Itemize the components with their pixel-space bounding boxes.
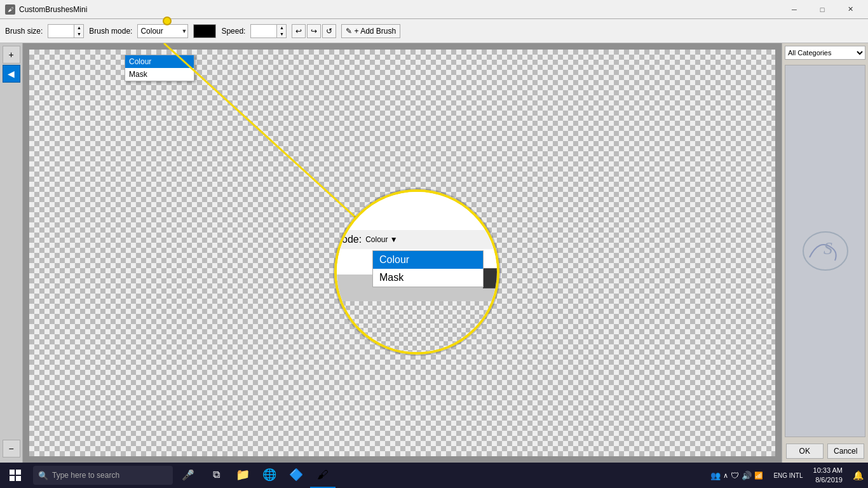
- window-controls: ─ □ ✕: [782, 3, 863, 16]
- locale-label: ENG INTL: [773, 471, 803, 480]
- mag-mode-label: ode:: [342, 234, 362, 245]
- notification-button[interactable]: 🔔: [848, 463, 868, 488]
- mag-dropdown: Colour ▼: [365, 235, 398, 244]
- history-buttons: ↩ ↪ ↺: [292, 24, 336, 38]
- brush-thumbnail: S: [785, 65, 865, 437]
- mag-color-swatch: [483, 268, 499, 288]
- add-brush-button[interactable]: ✎ + Add Brush: [341, 24, 400, 38]
- people-icon[interactable]: 👥: [710, 471, 721, 480]
- brush-size-down-arrow[interactable]: ▼: [74, 31, 83, 37]
- right-panel: All Categories S OK Cancel: [782, 43, 868, 463]
- network-icon[interactable]: 🛡: [731, 471, 739, 480]
- taskbar-right: 👥 ∧ 🛡 🔊 📶 ENG INTL 10:33 AM 8/6/2019 🔔: [705, 463, 868, 488]
- speed-label: Speed:: [221, 27, 245, 36]
- speed-spinner: 50 ▲ ▼: [250, 24, 287, 38]
- yellow-dot-indicator: [163, 17, 172, 25]
- minimize-button[interactable]: ─: [782, 3, 807, 16]
- mag-option-mask[interactable]: Mask: [373, 269, 483, 287]
- color-swatch[interactable]: [193, 24, 216, 38]
- clock-time: 10:33 AM: [813, 466, 843, 475]
- windows-logo-icon: [10, 470, 21, 481]
- up-arrow-tray-icon[interactable]: ∧: [723, 471, 728, 480]
- dropdown-option-colour[interactable]: Colour: [125, 55, 194, 68]
- chrome-button[interactable]: 🌐: [257, 463, 282, 488]
- add-brush-label: + Add Brush: [354, 27, 396, 36]
- mag-dropdown-popup: Colour Mask: [372, 250, 484, 287]
- brush-mode-dropdown-wrapper: Colour Mask ▼: [137, 24, 188, 38]
- svg-text:S: S: [824, 238, 832, 258]
- canvas-area[interactable]: ode: Colour ▼ Colour Mask: [23, 43, 782, 463]
- left-sidebar: + ◀ −: [0, 43, 23, 463]
- brush-size-spinner: 200 ▲ ▼: [48, 24, 84, 38]
- volume-icon[interactable]: 🔊: [742, 471, 752, 480]
- tray-icons: 👥 ∧ 🛡 🔊 📶: [705, 471, 768, 480]
- ok-button[interactable]: OK: [786, 444, 824, 459]
- speed-up-arrow[interactable]: ▲: [277, 25, 286, 31]
- brush-size-up-arrow[interactable]: ▲: [74, 25, 83, 31]
- speed-input[interactable]: 50: [250, 24, 277, 38]
- add-side-button[interactable]: +: [3, 46, 20, 64]
- mag-select-display: Colour ▼: [365, 235, 398, 244]
- brush-svg: S: [797, 226, 854, 276]
- search-icon: 🔍: [38, 471, 48, 480]
- file-explorer-button[interactable]: 📁: [230, 463, 255, 488]
- undo-button[interactable]: ↩: [292, 24, 306, 38]
- cancel-button[interactable]: Cancel: [827, 444, 865, 459]
- edge-button[interactable]: 🔷: [283, 463, 309, 488]
- brush-mode-label: Brush mode:: [89, 27, 132, 36]
- taskbar-apps: ⧉ 📁 🌐 🔷 🖌: [203, 463, 336, 488]
- taskbar-search[interactable]: 🔍 Type here to search: [33, 466, 173, 485]
- speaker-icon[interactable]: 📶: [754, 471, 763, 480]
- clock-display[interactable]: 10:33 AM 8/6/2019: [808, 466, 848, 485]
- magnifier-overlay: ode: Colour ▼ Colour Mask: [334, 189, 499, 355]
- categories-dropdown-wrapper: All Categories: [782, 43, 868, 62]
- brush-preview-area: S: [785, 65, 865, 437]
- dropdown-option-mask[interactable]: Mask: [125, 68, 194, 81]
- toolbar: Brush size: 200 ▲ ▼ Brush mode: Colour M…: [0, 19, 868, 43]
- brush-size-label: Brush size:: [5, 27, 43, 36]
- main-area: + ◀ − ode: Colour ▼: [0, 43, 868, 463]
- minus-side-button[interactable]: −: [3, 440, 20, 458]
- taskbar: 🔍 Type here to search 🎤 ⧉ 📁 🌐 🔷 🖌 👥 ∧ 🛡 …: [0, 463, 868, 488]
- slider-button[interactable]: ◀: [3, 65, 20, 83]
- title-bar: 🖌 CustomBrushesMini ─ □ ✕: [0, 0, 868, 19]
- app-button[interactable]: 🖌: [310, 463, 336, 488]
- search-placeholder: Type here to search: [52, 471, 119, 480]
- app-icon: 🖌: [5, 4, 15, 15]
- voice-search-button[interactable]: 🎤: [175, 463, 201, 488]
- redo-button[interactable]: ↪: [307, 24, 321, 38]
- maximize-button[interactable]: □: [810, 3, 835, 16]
- mag-toolbar-area: ode: Colour ▼: [337, 230, 497, 249]
- mag-checker-area: [337, 301, 497, 352]
- reset-button[interactable]: ↺: [322, 24, 336, 38]
- app-title: CustomBrushesMini: [19, 5, 782, 14]
- clock-date: 8/6/2019: [813, 475, 843, 485]
- categories-select[interactable]: All Categories: [785, 46, 865, 60]
- panel-buttons: OK Cancel: [782, 440, 868, 463]
- speed-down-arrow[interactable]: ▼: [277, 31, 286, 37]
- mag-select-value: Colour: [365, 235, 388, 244]
- brush-mode-select[interactable]: Colour Mask: [137, 24, 188, 38]
- close-button[interactable]: ✕: [837, 3, 863, 16]
- add-brush-icon: ✎: [346, 27, 352, 36]
- brush-mode-dropdown-popup: Colour Mask: [125, 55, 194, 81]
- brush-size-input[interactable]: 200: [48, 24, 74, 38]
- start-button[interactable]: [0, 463, 31, 488]
- task-view-button[interactable]: ⧉: [203, 463, 229, 488]
- mag-select-arrow-icon: ▼: [390, 235, 398, 244]
- mag-option-colour[interactable]: Colour: [373, 251, 483, 269]
